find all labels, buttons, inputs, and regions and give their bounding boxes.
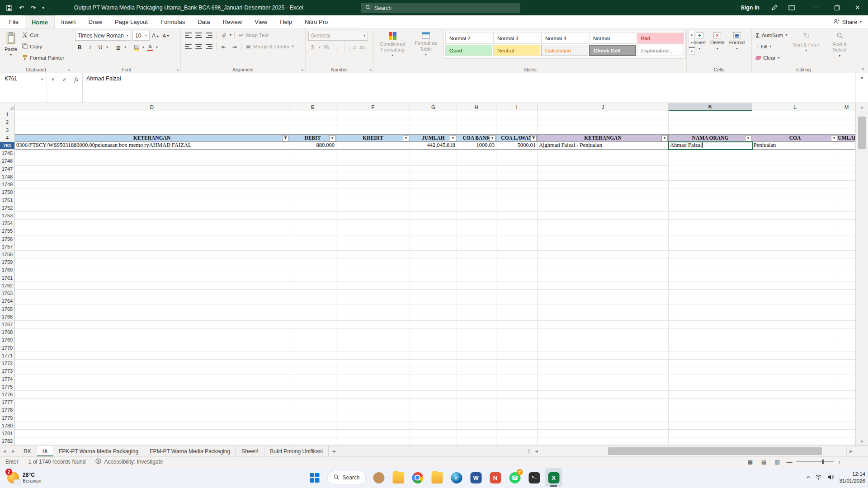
cell[interactable]: [336, 367, 410, 375]
accessibility-status[interactable]: Accessibility: Investigate: [95, 458, 163, 465]
restore-button[interactable]: [826, 0, 847, 15]
row-header-1776[interactable]: 1776: [0, 391, 15, 399]
row-header-1774[interactable]: 1774: [0, 375, 15, 383]
header-cell-J[interactable]: KETERANGAN▾: [538, 134, 669, 142]
cell[interactable]: [669, 321, 752, 328]
cell[interactable]: [15, 258, 289, 266]
cell[interactable]: [336, 196, 410, 204]
cell[interactable]: [496, 220, 538, 227]
cell[interactable]: [289, 352, 336, 360]
cell[interactable]: [15, 111, 289, 118]
cell-style-bad[interactable]: Bad: [637, 33, 684, 44]
normal-view-button[interactable]: ▦: [745, 458, 755, 465]
cell[interactable]: [669, 383, 752, 391]
cell[interactable]: [752, 383, 838, 391]
sign-in-button[interactable]: Sign in: [741, 5, 760, 11]
cell[interactable]: [752, 328, 838, 336]
accounting-options-icon[interactable]: ▾: [319, 46, 321, 49]
align-center-button[interactable]: [194, 42, 203, 51]
cell[interactable]: [457, 391, 496, 399]
cell[interactable]: [838, 328, 855, 336]
cell[interactable]: [838, 360, 855, 367]
header-cell-L[interactable]: COA▾: [752, 134, 838, 142]
cell[interactable]: [410, 391, 457, 399]
row-header-1773[interactable]: 1773: [0, 367, 15, 375]
cell[interactable]: [15, 352, 289, 360]
cell[interactable]: [669, 204, 752, 212]
cell[interactable]: [496, 391, 538, 399]
decrease-font-size-button[interactable]: A▼: [161, 31, 170, 40]
cell[interactable]: [752, 313, 838, 321]
cell[interactable]: [538, 422, 669, 430]
conditional-formatting-button[interactable]: Conditional Formatting ▾: [377, 31, 408, 59]
cell[interactable]: [538, 165, 669, 173]
cell[interactable]: [838, 399, 855, 406]
cell[interactable]: [289, 383, 336, 391]
filter-dropdown-button[interactable]: ▾: [831, 135, 837, 141]
cell[interactable]: [289, 305, 336, 313]
hscroll-right-icon[interactable]: ►: [846, 446, 855, 456]
cell[interactable]: [15, 282, 289, 290]
cell[interactable]: [838, 367, 855, 375]
row-header-2[interactable]: 2: [0, 118, 15, 126]
cell[interactable]: [752, 274, 838, 282]
cell[interactable]: [838, 258, 855, 266]
cell[interactable]: [752, 165, 838, 173]
cell[interactable]: [15, 328, 289, 336]
cell[interactable]: [752, 360, 838, 367]
cell[interactable]: [289, 212, 336, 220]
cell[interactable]: [410, 282, 457, 290]
cell[interactable]: [752, 422, 838, 430]
cell[interactable]: [457, 243, 496, 251]
row-header-1767[interactable]: 1767: [0, 321, 15, 328]
decrease-indent-button[interactable]: ⇤: [219, 42, 228, 51]
taskbar-search[interactable]: Search: [327, 471, 366, 484]
cell[interactable]: [752, 118, 838, 126]
cell[interactable]: [669, 258, 752, 266]
cell[interactable]: [496, 111, 538, 118]
cell[interactable]: [752, 336, 838, 344]
cell[interactable]: [457, 430, 496, 437]
cell[interactable]: [289, 165, 336, 173]
row-header-1750[interactable]: 1750: [0, 188, 15, 196]
cell[interactable]: [410, 220, 457, 227]
cell[interactable]: [496, 313, 538, 321]
header-cell-M[interactable]: JUMLAH: [838, 134, 855, 142]
cell[interactable]: [289, 391, 336, 399]
cell[interactable]: [838, 430, 855, 437]
cell[interactable]: [669, 126, 752, 134]
cell[interactable]: [496, 383, 538, 391]
cell[interactable]: [669, 150, 752, 157]
cell[interactable]: [752, 399, 838, 406]
cell[interactable]: [410, 344, 457, 352]
cell-M761[interactable]: [838, 142, 855, 150]
row-header-1760[interactable]: 1760: [0, 266, 15, 274]
cell[interactable]: [336, 157, 410, 165]
cell[interactable]: [538, 196, 669, 204]
cell[interactable]: [838, 274, 855, 282]
active-cell-K761[interactable]: Ahmad Faizal: [669, 142, 752, 150]
row-header-1746[interactable]: 1746: [0, 157, 15, 165]
cell[interactable]: [457, 313, 496, 321]
row-header-1757[interactable]: 1757: [0, 243, 15, 251]
cell[interactable]: [289, 181, 336, 188]
fill-color-button[interactable]: [132, 43, 141, 52]
horizontal-scrollbar[interactable]: [541, 446, 846, 456]
cell[interactable]: [15, 204, 289, 212]
cell[interactable]: [538, 188, 669, 196]
cell[interactable]: [669, 437, 752, 445]
cell[interactable]: [289, 258, 336, 266]
cell[interactable]: [15, 336, 289, 344]
underline-button[interactable]: U: [96, 43, 105, 52]
row-header-1769[interactable]: 1769: [0, 336, 15, 344]
cell[interactable]: [496, 406, 538, 414]
cell[interactable]: [669, 422, 752, 430]
cell[interactable]: [838, 352, 855, 360]
align-right-button[interactable]: [204, 42, 213, 51]
cell[interactable]: [838, 118, 855, 126]
cell[interactable]: [410, 399, 457, 406]
row-header-1755[interactable]: 1755: [0, 227, 15, 235]
sheet-tab-fpk-pt-warna-media-packaging[interactable]: FPK-PT Warna Media Packaging: [53, 446, 144, 456]
zoom-out-button[interactable]: —: [786, 459, 792, 465]
cell[interactable]: [289, 297, 336, 305]
